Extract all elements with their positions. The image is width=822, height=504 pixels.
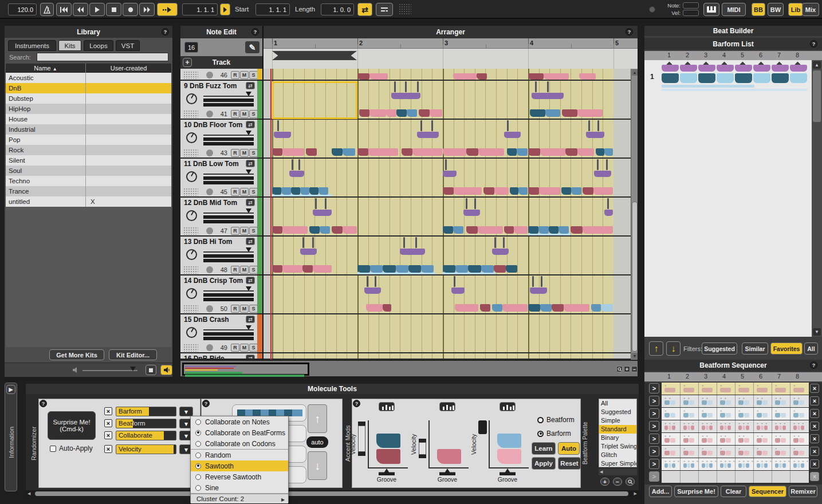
barform-purple-block[interactable]: [790, 65, 807, 72]
sequencer-cell[interactable]: ++: [735, 395, 753, 407]
sequencer-cell[interactable]: +++: [698, 420, 717, 432]
sequencer-cell[interactable]: ++: [662, 433, 680, 445]
palette-item-suggested[interactable]: Suggested: [599, 408, 636, 416]
track-s-button[interactable]: S: [249, 227, 257, 235]
audition-button[interactable]: [160, 365, 172, 375]
mod-button-apply[interactable]: Apply: [532, 457, 556, 470]
grid-division-field[interactable]: 16: [184, 42, 198, 53]
sequencer-cell[interactable]: ++: [790, 433, 808, 445]
molecule-hscrollbar[interactable]: ◀ ▶: [26, 490, 639, 497]
arranger-track-lane[interactable]: [263, 159, 631, 198]
velocity-slider-handle[interactable]: [478, 420, 487, 434]
filter-favorites[interactable]: Favorites: [770, 342, 803, 355]
molecule-scroll-right[interactable]: ▶: [634, 491, 637, 496]
track-title[interactable]: 14 DnB Crisp Tom: [184, 277, 247, 285]
param-slider-beatform[interactable]: BeatformBeatform: [116, 419, 176, 428]
barform-beat-block[interactable]: [753, 73, 770, 83]
sequencer-cell[interactable]: ++: [662, 395, 680, 407]
sequencer-cell[interactable]: +: [790, 383, 808, 395]
track-m-button[interactable]: M: [240, 344, 249, 352]
library-help-icon[interactable]: ?: [162, 28, 169, 36]
track-preview-dot[interactable]: [206, 188, 213, 195]
track-r-button[interactable]: R: [231, 266, 239, 274]
param-enable-checkbox[interactable]: ×: [104, 431, 112, 439]
track-preview-dot[interactable]: [206, 72, 213, 78]
filter-suggested[interactable]: Suggested: [702, 342, 737, 355]
library-row[interactable]: Pop: [6, 135, 171, 145]
track-r-button[interactable]: R: [231, 149, 239, 157]
sequencer-cell[interactable]: +: [662, 408, 680, 420]
sequencer-row-play-button[interactable]: >: [649, 471, 659, 482]
track-m-button[interactable]: M: [240, 266, 249, 274]
column-name[interactable]: Name ▲: [6, 64, 86, 73]
sequencer-cell[interactable]: +: [753, 408, 772, 420]
track-r-button[interactable]: R: [231, 227, 239, 235]
accent-velocity-block[interactable]: [376, 434, 400, 448]
sequencer-cell[interactable]: +++: [680, 420, 698, 432]
barform-purple-block[interactable]: [698, 65, 715, 72]
scroll-down-arrow[interactable]: ▼: [632, 353, 638, 359]
beat-icon-button[interactable]: [500, 402, 516, 411]
sequencer-cell[interactable]: ++++: [717, 458, 735, 470]
arranger-track-lane[interactable]: [263, 353, 631, 360]
track-m-button[interactable]: M: [240, 71, 249, 79]
param-enable-checkbox[interactable]: ×: [104, 419, 112, 427]
sequencer-cell[interactable]: ++: [680, 395, 698, 407]
track-r-button[interactable]: R: [231, 188, 239, 196]
sequencer-row-clear-button[interactable]: ×: [810, 396, 819, 405]
track-swap-button[interactable]: ⇄: [246, 121, 255, 128]
preview-stop-button[interactable]: [145, 365, 156, 375]
barform-purple-block[interactable]: [717, 65, 734, 72]
zoom-in-button[interactable]: +: [624, 366, 630, 372]
filter-similar[interactable]: Similar: [742, 342, 768, 355]
barform-vscrollbar[interactable]: ▲ ▼: [812, 60, 822, 337]
clip-region[interactable]: [272, 353, 613, 360]
library-row[interactable]: untitledX: [6, 196, 171, 207]
sequencer-cell[interactable]: +: [790, 446, 808, 458]
sequencer-cell[interactable]: +: [698, 408, 717, 420]
palette-search-button[interactable]: [626, 478, 635, 486]
sequencer-cell[interactable]: ++: [698, 395, 717, 407]
sequencer-cell[interactable]: +: [698, 446, 717, 458]
library-row[interactable]: Soul: [6, 166, 171, 176]
sequencer-cell[interactable]: ++: [753, 395, 772, 407]
loop-region-marker[interactable]: [272, 51, 357, 60]
molecule-scroll-thumb[interactable]: [35, 491, 628, 496]
param-enable-checkbox[interactable]: ×: [104, 445, 112, 453]
note-edit-help-icon[interactable]: ?: [251, 28, 259, 36]
arranger-loop-band[interactable]: [263, 49, 638, 69]
velocity-slider[interactable]: [419, 442, 426, 455]
sequencer-cell[interactable]: ++++: [772, 458, 790, 470]
sequencer-cell[interactable]: +: [717, 408, 735, 420]
move-up-button[interactable]: ↑: [649, 341, 663, 356]
randomizer-help-icon[interactable]: ?: [40, 400, 47, 407]
layout-rows-button[interactable]: [376, 3, 393, 16]
track-s-button[interactable]: S: [249, 110, 257, 118]
track-swap-button[interactable]: ⇄: [246, 355, 255, 360]
track-knob[interactable]: [186, 327, 197, 338]
sequencer-row-clear-button[interactable]: ×: [810, 472, 819, 481]
menu-item-sine[interactable]: Sine: [191, 482, 288, 493]
sequencer-cell[interactable]: [790, 471, 808, 483]
record-button[interactable]: [123, 3, 138, 16]
barform-help-icon[interactable]: ?: [810, 40, 817, 48]
palette-hscrollbar[interactable]: ◀: [599, 468, 637, 475]
library-row[interactable]: Dubstep: [6, 93, 171, 104]
barform-beat-block[interactable]: [680, 73, 697, 83]
track-preview-dot[interactable]: [206, 266, 213, 273]
seq-button-clear[interactable]: Clear: [721, 486, 746, 497]
palette-item-supersimple[interactable]: Super Simple: [599, 459, 636, 467]
preview-down-button[interactable]: ↓: [308, 451, 327, 480]
barform-beat-block[interactable]: [772, 73, 789, 83]
track-s-button[interactable]: S: [249, 344, 257, 352]
clip-region[interactable]: [272, 314, 613, 353]
menu-item-random[interactable]: Random: [191, 450, 288, 460]
preview-volume-slider[interactable]: [82, 370, 137, 371]
tab-kits[interactable]: Kits: [58, 40, 81, 51]
stop-button[interactable]: [106, 3, 121, 16]
tab-instruments[interactable]: Instruments: [8, 40, 56, 51]
barform-beat-block[interactable]: [698, 73, 715, 83]
arranger-track-lane[interactable]: [263, 237, 631, 275]
sequencer-cell[interactable]: ++: [735, 433, 753, 445]
surprise-me-button[interactable]: Surprise Me! (Cmd-k): [48, 411, 96, 440]
